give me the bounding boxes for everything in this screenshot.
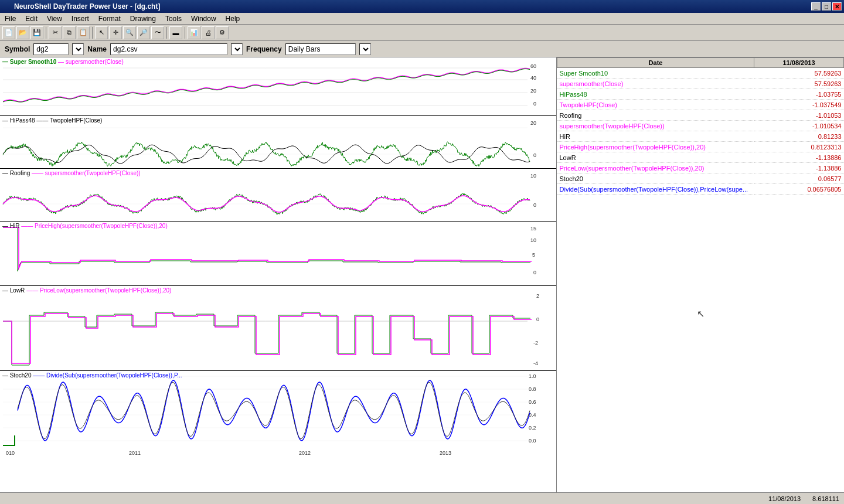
row-value: -1.037549: [754, 100, 844, 110]
panel1-label: — Super Smooth10 — supersmoother(Close): [2, 59, 124, 65]
panel1-canvas[interactable]: [0, 57, 545, 116]
menu-help[interactable]: Help: [221, 13, 245, 24]
row-value: 57.59263: [754, 79, 844, 89]
panel2-label2: —— TwopoleHPF(Close): [36, 117, 102, 124]
panel-lowr: — LowR —— PriceLow(supersmoother(Twopole…: [0, 286, 556, 371]
symbol-input[interactable]: [33, 43, 69, 55]
color-button[interactable]: ▬: [169, 26, 182, 39]
row-name: TwopoleHPF(Close): [557, 100, 754, 110]
table-row: supersmoother(TwopoleHPF(Close))-1.01053…: [557, 121, 844, 131]
menu-tools[interactable]: Tools: [161, 13, 186, 24]
frequency-input[interactable]: [285, 43, 356, 55]
frequency-dropdown[interactable]: ▼: [359, 43, 371, 55]
row-value: -1.13886: [754, 163, 844, 173]
panel4-label: — HiR —— PriceHigh(supersmoother(Twopole…: [2, 223, 168, 229]
cut-button[interactable]: ✂: [49, 26, 62, 39]
row-name: Stoch20: [557, 173, 754, 184]
toolbar-sep2: [92, 27, 93, 39]
menu-bar: File Edit View Insert Format Drawing Too…: [0, 13, 844, 25]
row-name: PriceLow(supersmoother(TwopoleHPF(Close)…: [557, 163, 754, 173]
menu-file[interactable]: File: [0, 13, 21, 24]
main-container: — Super Smooth10 — supersmoother(Close) …: [0, 57, 844, 492]
table-row: Divide(Sub(supersmoother(TwopoleHPF(Clos…: [557, 184, 844, 195]
line-button[interactable]: 〜: [151, 26, 164, 39]
panel3-canvas[interactable]: [0, 169, 545, 222]
menu-view[interactable]: View: [42, 13, 67, 24]
panel4-label1: — HiR: [2, 223, 19, 229]
open-button[interactable]: 📂: [16, 26, 29, 39]
row-name: supersmoother(Close): [557, 79, 754, 89]
menu-edit[interactable]: Edit: [21, 13, 42, 24]
row-value: -1.03755: [754, 89, 844, 100]
toolbar: 📄 📂 💾 ✂ ⧉ 📋 ↖ ✛ 🔍 🔎 〜 ▬ 📊 🖨 ⚙: [0, 25, 844, 41]
row-name: supersmoother(TwopoleHPF(Close)): [557, 121, 754, 131]
table-row: LowR-1.13886: [557, 152, 844, 163]
name-input[interactable]: [110, 43, 227, 55]
zoom-in-button[interactable]: 🔍: [123, 26, 136, 39]
settings-button[interactable]: ⚙: [216, 26, 229, 39]
panel2-label: — HiPass48 —— TwopoleHPF(Close): [2, 117, 102, 124]
panel2-canvas[interactable]: [0, 116, 545, 169]
new-button[interactable]: 📄: [2, 26, 15, 39]
panel5-label2: —— PriceLow(supersmoother(TwopoleHPF(Clo…: [26, 287, 171, 294]
row-name: Roofing: [557, 110, 754, 121]
row-value: 0.8123313: [754, 142, 844, 152]
menu-format[interactable]: Format: [94, 13, 125, 24]
app-title: NeuroShell DayTrader Power User - [dg.ch…: [2, 2, 160, 11]
panel4-label2: —— PriceHigh(supersmoother(TwopoleHPF(Cl…: [21, 223, 168, 229]
panel-hipass: — HiPass48 —— TwopoleHPF(Close): [0, 116, 556, 169]
panel-stoch: — Stoch20 —— Divide(Sub(supersmoother(Tw…: [0, 371, 556, 456]
row-value: -1.01053: [754, 110, 844, 121]
table-row: HiPass48-1.03755: [557, 89, 844, 100]
restore-button[interactable]: □: [822, 2, 831, 11]
panel6-canvas[interactable]: [0, 371, 545, 456]
chart-area: — Super Smooth10 — supersmoother(Close) …: [0, 57, 557, 492]
status-bar: 11/08/2013 8.618111: [0, 492, 844, 504]
menu-insert[interactable]: Insert: [67, 13, 94, 24]
panel5-canvas[interactable]: [0, 286, 545, 371]
save-button[interactable]: 💾: [30, 26, 43, 39]
panel-roofing: — Roofing —— supersmoother(TwopoleHPF(Cl…: [0, 169, 556, 222]
panel1-label1: — Super Smooth10: [2, 59, 56, 65]
table-row: Super Smooth1057.59263: [557, 68, 844, 79]
name-dropdown[interactable]: ▼: [231, 43, 243, 55]
menu-window[interactable]: Window: [186, 13, 221, 24]
row-value: 57.59263: [754, 68, 844, 79]
panel6-label2: —— Divide(Sub(supersmoother(TwopoleHPF(C…: [33, 372, 182, 379]
menu-drawing[interactable]: Drawing: [125, 13, 161, 24]
minimize-button[interactable]: _: [811, 2, 821, 11]
row-value: 0.06577: [754, 173, 844, 184]
zoom-out-button[interactable]: 🔎: [137, 26, 150, 39]
panel2-label1: — HiPass48: [2, 117, 35, 124]
symbol-dropdown[interactable]: ▼: [72, 43, 84, 55]
table-row: PriceHigh(supersmoother(TwopoleHPF(Close…: [557, 142, 844, 152]
panel3-label1: — Roofing: [2, 170, 30, 176]
panel6-label: — Stoch20 —— Divide(Sub(supersmoother(Tw…: [2, 372, 182, 379]
panel1-label2: — supersmoother(Close): [58, 59, 124, 65]
row-value: 0.06576805: [754, 184, 844, 195]
table-row: Stoch200.06577: [557, 173, 844, 184]
symbol-label: Symbol: [5, 45, 30, 53]
data-table: Date 11/08/2013 Super Smooth1057.59263su…: [557, 57, 844, 195]
paste-button[interactable]: 📋: [77, 26, 90, 39]
copy-button[interactable]: ⧉: [63, 26, 76, 39]
panel5-label: — LowR —— PriceLow(supersmoother(Twopole…: [2, 287, 171, 294]
close-button[interactable]: ✕: [832, 2, 842, 11]
window-controls: _ □ ✕: [811, 2, 842, 11]
chart-button[interactable]: 📊: [188, 26, 200, 39]
status-date: 11/08/2013: [768, 495, 801, 502]
panel-supersmooth: — Super Smooth10 — supersmoother(Close): [0, 57, 556, 116]
row-name: Divide(Sub(supersmoother(TwopoleHPF(Clos…: [557, 184, 754, 195]
pointer-button[interactable]: ↖: [95, 26, 108, 39]
table-row: PriceLow(supersmoother(TwopoleHPF(Close)…: [557, 163, 844, 173]
toolbar-sep4: [185, 27, 185, 39]
name-label: Name: [87, 45, 107, 53]
col-value-header: 11/08/2013: [754, 58, 844, 68]
panel5-label1: — LowR: [2, 287, 25, 294]
row-name: PriceHigh(supersmoother(TwopoleHPF(Close…: [557, 142, 754, 152]
panel4-canvas[interactable]: [0, 222, 545, 286]
print-button[interactable]: 🖨: [202, 26, 215, 39]
crosshair-button[interactable]: ✛: [109, 26, 122, 39]
table-row: supersmoother(Close)57.59263: [557, 79, 844, 89]
table-row: HiR0.81233: [557, 131, 844, 142]
